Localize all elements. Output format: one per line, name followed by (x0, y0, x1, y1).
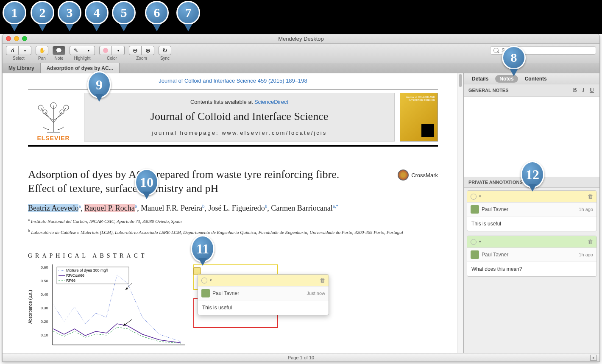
sticky-note-popup[interactable]: 🗑 Paul Tavner Just now This is useful (198, 274, 329, 315)
document-tabs: My Library Adsorption of dyes by AC... (3, 63, 599, 73)
pan-button[interactable] (36, 46, 48, 55)
avatar (471, 205, 479, 214)
note-timestamp: Just now (307, 291, 325, 296)
color-label: Color (107, 56, 117, 61)
underline-button[interactable]: U (588, 87, 595, 94)
sync-icon (162, 47, 167, 54)
affiliation-b: b Laboratório de Catálise e Materiais (L… (28, 228, 438, 236)
highlight-dropdown[interactable]: ▾ (82, 46, 95, 55)
annotation-body[interactable]: What does this mean? (467, 262, 596, 276)
journal-cover: Journal of COLLOID AND INTERFACE SCIENCE (400, 93, 438, 142)
highlight-button[interactable] (70, 46, 82, 55)
toolbar: ▾ Select Pan Note ▾ Highlight ▾ Color (3, 44, 599, 63)
annotation-author: Paul Tavner (482, 206, 508, 212)
titlebar: Mendeley Desktop (3, 34, 599, 44)
annotation-color-picker[interactable] (471, 239, 477, 245)
journal-reference-link[interactable]: Journal of Colloid and Interface Science… (28, 78, 438, 84)
chevron-down-icon: ▾ (88, 49, 89, 53)
zoom-out-button[interactable] (129, 46, 142, 55)
page-indicator: Page 1 of 10 (288, 355, 314, 360)
crossmark-icon (398, 169, 409, 181)
sciencedirect-link[interactable]: ScienceDirect (254, 99, 288, 105)
svg-text:0.10: 0.10 (41, 333, 48, 337)
annotation-card[interactable]: 🗑 Paul Tavner 1h ago This is useful (467, 190, 597, 231)
annotation-body[interactable]: This is useful (467, 217, 596, 231)
chevron-down-icon: ▾ (24, 49, 26, 53)
svg-text:0.30: 0.30 (41, 306, 48, 310)
svg-text:0.40: 0.40 (41, 292, 48, 297)
note-author: Paul Tavner (212, 290, 239, 296)
highlight-icon (74, 47, 78, 53)
select-button[interactable] (6, 46, 19, 55)
journal-banner: Contents lists available at ScienceDirec… (84, 93, 395, 142)
general-notes-textarea[interactable] (464, 97, 599, 177)
select-label: Select (13, 56, 25, 61)
private-annotations-heading: PRIVATE ANNOTATIONS (468, 180, 523, 185)
zoom-out-icon (133, 47, 138, 54)
color-button[interactable] (99, 46, 112, 55)
highlight-pink[interactable]: Raquel P. Rocha (84, 204, 135, 212)
affiliation-a: a Instituto Nacional del Carbón, INCAR-C… (28, 217, 438, 225)
color-swatch-icon (103, 48, 108, 53)
avatar (471, 250, 479, 259)
minimize-window-button[interactable] (14, 36, 19, 41)
journal-title: Journal of Colloid and Interface Science (150, 110, 328, 123)
zoom-label: Zoom (136, 56, 147, 61)
chevron-down-icon: ▾ (117, 49, 119, 53)
side-panel: Details Notes Contents GENERAL NOTES B I… (464, 73, 599, 361)
sync-label: Sync (160, 56, 170, 61)
delete-annotation-button[interactable]: 🗑 (588, 193, 593, 200)
status-bar: Page 1 of 10 ▸ (3, 353, 599, 361)
panel-tab-notes[interactable]: Notes (495, 75, 518, 83)
tab-document[interactable]: Adsorption of dyes by AC... (41, 63, 120, 73)
svg-text:Mixture of dyes 300 mg/l: Mixture of dyes 300 mg/l (66, 268, 108, 272)
annotation-timestamp: 1h ago (579, 207, 593, 212)
note-button[interactable] (53, 46, 65, 55)
panel-toggle-button[interactable]: ▸ (590, 355, 597, 361)
publisher-logo: ELSEVIER (28, 93, 79, 142)
svg-text:0.60: 0.60 (41, 265, 48, 270)
delete-annotation-button[interactable]: 🗑 (588, 239, 593, 245)
pdf-viewer[interactable]: Journal of Colloid and Interface Science… (3, 73, 464, 361)
annotation-author: Paul Tavner (482, 252, 508, 258)
zoom-in-icon (145, 47, 150, 54)
hand-icon (39, 47, 45, 53)
annotation-color-picker[interactable] (471, 194, 477, 200)
select-icon (11, 48, 14, 53)
color-dropdown[interactable]: ▾ (112, 46, 125, 55)
panel-tab-details[interactable]: Details (468, 75, 493, 83)
zoom-in-button[interactable] (142, 46, 154, 55)
maximize-window-button[interactable] (22, 36, 27, 41)
journal-homepage: journal homepage: www.elsevier.com/locat… (152, 130, 327, 136)
close-window-button[interactable] (6, 36, 11, 41)
paper-title: Adsorption of dyes by ACs prepared from … (28, 168, 389, 195)
bold-button[interactable]: B (571, 87, 578, 94)
search-input[interactable] (490, 46, 596, 55)
sync-button[interactable] (159, 46, 171, 55)
highlight-label: Highlight (74, 56, 91, 61)
svg-text:0.20: 0.20 (41, 320, 48, 324)
crossmark-badge[interactable]: CrossMark (398, 169, 438, 181)
app-window: Mendeley Desktop ▾ Select Pan Note ▾ Hig… (2, 34, 600, 362)
window-title: Mendeley Desktop (278, 36, 324, 42)
panel-tab-contents[interactable]: Contents (521, 75, 551, 83)
italic-button[interactable]: I (580, 87, 587, 94)
general-notes-heading: GENERAL NOTES (468, 88, 509, 93)
graphical-abstract-heading: GRAPHICAL ABSTRACT (28, 253, 438, 259)
delete-note-button[interactable]: 🗑 (320, 277, 325, 283)
elsevier-label: ELSEVIER (37, 135, 70, 142)
elsevier-tree-icon (32, 99, 75, 133)
note-color-picker[interactable] (201, 278, 207, 283)
select-dropdown[interactable]: ▾ (19, 46, 31, 55)
annotation-timestamp: 1h ago (579, 252, 593, 257)
pan-label: Pan (38, 56, 46, 61)
pdf-scrollbar[interactable] (457, 73, 463, 361)
note-body[interactable]: This is useful (198, 300, 329, 315)
note-label: Note (54, 56, 63, 61)
tab-my-library[interactable]: My Library (3, 63, 41, 73)
note-icon (56, 48, 62, 53)
highlight-blue[interactable]: Beatriz Acevedo (28, 204, 78, 212)
annotation-card[interactable]: 🗑 Paul Tavner 1h ago What does this mean… (467, 236, 597, 277)
svg-text:0.50: 0.50 (41, 279, 48, 283)
search-box (490, 46, 596, 55)
